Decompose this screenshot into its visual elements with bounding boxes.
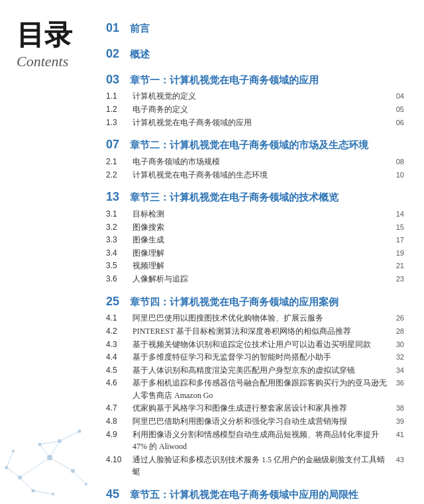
toc-sub-title: 计算机视觉在电子商务领域的生态环境 [132,169,388,181]
svg-point-14 [71,469,75,473]
svg-line-6 [33,491,53,494]
toc-section: 03章节一：计算机视觉在电子商务领域的应用1.1计算机视觉的定义041.2电子商… [106,70,404,129]
toc-sub-page: 26 [388,313,404,324]
toc-sub-page: 36 [388,378,404,389]
svg-point-20 [12,450,15,452]
toc-sub-number: 3.4 [106,247,130,260]
toc-chapter-title: 章节四：计算机视觉在电子商务领域的应用案例 [130,294,404,310]
toc-sub-page: 19 [388,248,404,259]
toc-sub-title: 电子商务的定义 [132,103,388,116]
toc-sub-row: 1.2电子商务的定义05 [106,103,404,116]
toc-sub-page: 28 [388,326,404,337]
toc-sub-number: 4.6 [106,377,130,389]
toc-sub-row: 4.3基于视频关键物体识别和追踪定位技术让用户可以边看边买明星同款30 [106,338,404,351]
toc-sub-number: 3.5 [106,260,130,272]
toc-sub-row: 4.7优家购基于风格学习和图像生成进行整套家居设计和家具推荐38 [106,402,404,415]
svg-line-2 [50,458,73,471]
toc-sub-number: 4.2 [106,325,130,338]
toc-sub-title: 视频理解 [132,260,388,272]
svg-point-19 [5,466,9,470]
svg-point-18 [52,493,54,495]
toc-sub-title: 图像搜索 [132,221,388,234]
svg-line-1 [20,478,33,491]
svg-point-17 [85,483,87,485]
toc-sub-page: 39 [388,416,404,427]
toc-sub-page: 21 [388,260,404,272]
toc-chapter-row: 13章节三：计算机视觉在电子商务领域的技术概览 [106,187,404,207]
toc-sub-number: 4.8 [106,415,130,428]
toc-section: 25章节四：计算机视觉在电子商务领域的应用案例4.1阿里巴巴使用以图搜图技术优化… [106,292,404,479]
toc-sub-title: 基于人体识别和高精度渲染完美匹配用户身型京东的虚拟试穿镜 [132,364,388,377]
toc-sub-title: 目标检测 [132,208,388,221]
main-content: 01前言02概述03章节一：计算机视觉在电子商务领域的应用1.1计算机视觉的定义… [99,0,424,504]
toc-sub-title: 通过人脸验证和多模态识别技术服务 1.5 亿用户的金融级刷脸支付工具蜻蜓 [132,454,388,478]
toc-sub-page: 38 [388,403,404,414]
toc-row: 02概述 [106,44,404,64]
toc-sub-page: 05 [388,104,404,115]
toc-sub-row: 3.2图像搜索15 [106,221,404,234]
toc-chapter-title: 章节三：计算机视觉在电子商务领域的技术概览 [130,189,404,205]
toc-sub-row: 4.9利用图像语义分割和情感模型自动生成商品短视频、将商品转化率提升 47% 的… [106,428,404,453]
toc-sub-page: 04 [388,91,404,102]
svg-line-7 [7,468,20,478]
toc-sub-row: 4.6基于多相机追踪和多传感器信号融合配用图像跟踪客购买行为的亚马逊无人零售商店… [106,377,404,401]
toc-section: 13章节三：计算机视觉在电子商务领域的技术概览3.1目标检测143.2图像搜索1… [106,187,404,285]
toc-row: 01前言 [106,19,404,38]
toc-sub-row: 1.3计算机视觉在电子商务领域的应用06 [106,117,404,129]
toc-sub-row: 3.1目标检测14 [106,208,404,221]
toc-sub-page: 41 [388,429,404,440]
toc-sub-page: 17 [388,234,404,246]
toc-sub-page: 23 [388,274,404,285]
toc-title: 前言 [130,21,404,36]
toc-sub-number: 3.2 [106,221,130,234]
toc-sub-number: 2.2 [106,169,130,181]
toc-chapter-row: 03章节一：计算机视觉在电子商务领域的应用 [106,70,404,89]
toc-sub-title: 阿里巴巴借助利用图像语义分析和强化学习自动生成营销海报 [132,415,388,428]
toc-sub-number: 3.1 [106,208,130,221]
toc-sub-title: 利用图像语义分割和情感模型自动生成商品短视频、将商品转化率提升 47% 的 Al… [132,428,388,453]
toc-sub-number: 3.3 [106,234,130,246]
toc-sub-title: 阿里巴巴使用以图搜图技术优化购物体验、扩展云服务 [132,312,388,325]
toc-section: 02概述 [106,44,404,64]
toc-sub-page: 34 [388,365,404,376]
toc-sub-row: 4.2PINTEREST 基于目标检测算法和深度卷积网络的相似商品推荐28 [106,325,404,338]
toc-sub-row: 2.2计算机视觉在电子商务领域的生态环境10 [106,169,404,181]
toc-sub-title: 人像解析与追踪 [132,273,388,285]
svg-point-15 [58,439,62,443]
toc-number: 01 [106,19,125,38]
toc-chapter-title: 章节五：计算机视觉在电子商务领域中应用的局限性 [130,487,404,503]
toc-sub-page: 43 [388,454,404,466]
toc-sub-row: 3.5视频理解21 [106,260,404,272]
toc-sub-row: 3.6人像解析与追踪23 [106,273,404,285]
toc-sub-title: 计算机视觉的定义 [132,90,388,103]
toc-sub-number: 4.3 [106,338,130,351]
toc-chapter-title: 章节一：计算机视觉在电子商务领域的应用 [130,72,404,88]
toc-sub-number: 1.3 [106,117,130,129]
sidebar: 目录 Contents [0,0,99,504]
toc-chapter-row: 45章节五：计算机视觉在电子商务领域中应用的局限性 [106,485,404,504]
toc-sub-row: 4.10通过人脸验证和多模态识别技术服务 1.5 亿用户的金融级刷脸支付工具蜻蜓… [106,454,404,478]
toc-sub-row: 4.1阿里巴巴使用以图搜图技术优化购物体验、扩展云服务26 [106,312,404,325]
svg-line-5 [73,471,86,484]
toc-sub-page: 08 [388,156,404,168]
sidebar-decoration [0,418,99,497]
toc-chapter-title: 章节二：计算机视觉在电子商务领域的市场及生态环境 [130,137,404,153]
svg-line-10 [40,441,60,444]
toc-sub-number: 4.7 [106,402,130,415]
toc-sub-number: 4.9 [106,428,130,441]
toc-sub-row: 1.1计算机视觉的定义04 [106,90,404,103]
toc-sub-title: 基于视频关键物体识别和追踪定位技术让用户可以边看边买明星同款 [132,338,388,351]
toc-sub-number: 2.1 [106,156,130,168]
toc-chapter-row: 25章节四：计算机视觉在电子商务领域的应用案例 [106,292,404,311]
toc-chapter-number: 03 [106,70,125,89]
toc-chapter-number: 25 [106,292,125,311]
toc-sub-title: 基于多维度特征学习和无监督学习的智能时尚搭配小助手 [132,351,388,364]
toc-sub-page: 15 [388,222,404,233]
toc-sub-page: 10 [388,170,404,181]
toc-sub-row: 2.1电子商务领域的市场规模08 [106,156,404,168]
toc-section: 01前言 [106,19,404,38]
toc-sub-page: 14 [388,209,404,220]
toc-sub-title: 优家购基于风格学习和图像生成进行整套家居设计和家具推荐 [132,402,388,415]
toc-sub-title: 图像理解 [132,247,388,260]
toc-section: 07章节二：计算机视觉在电子商务领域的市场及生态环境2.1电子商务领域的市场规模… [106,135,404,181]
